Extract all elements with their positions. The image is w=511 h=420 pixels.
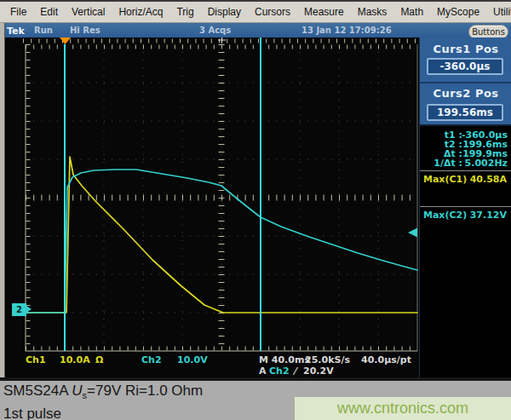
- menu-vertical[interactable]: Vertical: [65, 3, 112, 20]
- measurement-separator: [420, 170, 511, 171]
- measurement-separator: [420, 206, 511, 207]
- cursor-readout-row-t1: t1 : -360.0µs: [420, 129, 511, 139]
- trigger-slope-icon: /: [293, 365, 296, 377]
- acquisition-count-label: 3 Acqs: [199, 26, 231, 35]
- ch1-scale-readout[interactable]: 10.0A: [60, 354, 90, 365]
- inverse-dt-label: 1/Δt :: [420, 158, 462, 169]
- menu-edit[interactable]: Edit: [33, 3, 65, 20]
- menu-display[interactable]: Display: [201, 3, 248, 20]
- side-control-panel: Curs1 Pos -360.0µs Curs2 Pos 199.56ms t1…: [419, 37, 511, 377]
- menu-math[interactable]: Math: [393, 3, 430, 20]
- graticule-canvas: [5, 37, 419, 377]
- timebase-readout: M 40.0ms: [259, 354, 310, 365]
- max-c1-label: Max(C1): [423, 174, 467, 185]
- curs2-pos-title: Curs2 Pos: [420, 87, 511, 100]
- menu-masks[interactable]: Masks: [351, 3, 394, 20]
- datetime-label: 13 Jan 12 17:09:26: [301, 26, 392, 35]
- status-bar: Tek Run Hi Res 3 Acqs 13 Jan 12 17:09:26: [5, 23, 511, 37]
- watermark: www.cntronics.com: [295, 397, 511, 420]
- curs1-pos-title: Curs1 Pos: [420, 43, 511, 55]
- ch2-position-marker[interactable]: 2: [12, 303, 26, 316]
- ch1-label[interactable]: Ch1: [26, 354, 46, 365]
- menu-bar: File Edit Vertical Horiz/Acq Trig Displa…: [0, 0, 511, 23]
- menu-horiz-acq[interactable]: Horiz/Acq: [112, 3, 169, 20]
- ch2-scale-readout[interactable]: 10.0V: [177, 354, 208, 365]
- cursor-readout-row-t2: t2 : 199.6ms: [420, 139, 511, 148]
- curs1-pos-value[interactable]: -360.0µs: [427, 58, 503, 75]
- trigger-position-marker[interactable]: [60, 37, 71, 44]
- max-c1-value: 40.58A: [470, 174, 507, 185]
- menu-cursors[interactable]: Cursors: [248, 3, 297, 20]
- trigger-type-label: A: [259, 365, 267, 377]
- run-state-label: Run: [34, 26, 53, 35]
- us-symbol: U: [72, 383, 82, 399]
- menu-myscope[interactable]: MyScope: [430, 3, 486, 20]
- trigger-source-readout: Ch2: [269, 365, 290, 377]
- tek-logo: Tek: [7, 26, 25, 37]
- inverse-dt-value: 5.002Hz: [460, 158, 508, 169]
- panel-divider: [420, 82, 511, 83]
- sample-rate-readout: 25.0kS/s: [305, 354, 350, 365]
- menu-file[interactable]: File: [3, 3, 33, 20]
- ch2-label[interactable]: Ch2: [141, 354, 162, 365]
- max-c2-label: Max(C2): [423, 210, 467, 221]
- menu-trig[interactable]: Trig: [169, 3, 200, 20]
- acquisition-mode-label: Hi Res: [70, 26, 100, 35]
- cursor-position-section: Curs1 Pos -360.0µs Curs2 Pos 199.56ms: [420, 37, 511, 126]
- menu-measure[interactable]: Measure: [297, 3, 351, 20]
- menu-utilities[interactable]: Utilities: [486, 3, 511, 20]
- ch1-current-waveform: [26, 157, 417, 313]
- resolution-readout: 40.0µs/pt: [361, 354, 411, 365]
- max-c2-value: 37.12V: [470, 210, 507, 221]
- cursor-readout-row-dt: Δt : 199.9ms: [420, 148, 511, 158]
- ch2-level-arrow: [408, 228, 417, 238]
- waveform-display: 2 Ch1 10.0A Ω Ch2 10.0V M 40.0ms 25.0kS/…: [5, 37, 419, 377]
- trigger-level-readout: 20.2V: [303, 365, 334, 377]
- curs2-pos-value[interactable]: 199.56ms: [427, 104, 503, 121]
- ch1-coupling-readout: Ω: [95, 354, 103, 365]
- cursor-readout-row-freq: 1/Δt : 5.002Hz: [420, 158, 511, 167]
